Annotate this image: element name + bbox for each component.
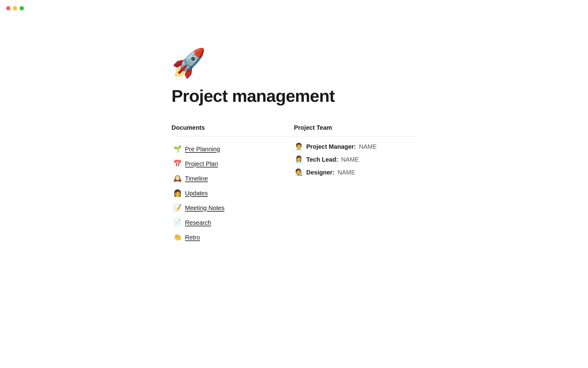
doc-list-item[interactable]: 👩Updates bbox=[172, 187, 294, 200]
traffic-lights bbox=[6, 6, 24, 10]
doc-item-label: Pre Planning bbox=[185, 146, 220, 153]
team-item-name: NAME bbox=[359, 143, 377, 150]
doc-item-label: Project Plan bbox=[185, 160, 218, 167]
team-item-name: NAME bbox=[337, 169, 355, 176]
team-item-emoji: 🧑‍🎨 bbox=[294, 168, 303, 176]
doc-item-label: Updates bbox=[185, 190, 208, 197]
maximize-button[interactable] bbox=[20, 6, 24, 10]
doc-list-item[interactable]: 📝Meeting Notes bbox=[172, 201, 294, 214]
doc-item-emoji: 📅 bbox=[173, 160, 182, 168]
team-item-role: Tech Lead: bbox=[306, 156, 338, 163]
page-title: Project management bbox=[172, 86, 417, 106]
doc-item-label: Research bbox=[185, 219, 211, 226]
team-item-role: Designer: bbox=[306, 169, 334, 176]
doc-list-item[interactable]: 🕰️Timeline bbox=[172, 172, 294, 185]
doc-item-emoji: 👏 bbox=[173, 233, 182, 241]
doc-item-label: Timeline bbox=[185, 175, 208, 182]
documents-heading: Documents bbox=[172, 124, 294, 131]
minimize-button[interactable] bbox=[13, 6, 17, 10]
doc-item-emoji: 🕰️ bbox=[173, 174, 182, 182]
documents-list: 🌱Pre Planning📅Project Plan🕰️Timeline👩Upd… bbox=[172, 143, 294, 244]
page-content: 🚀 Project management Documents 🌱Pre Plan… bbox=[110, 0, 478, 268]
project-team-column: Project Team 🧑‍💼Project Manager: NAME👩‍💼… bbox=[294, 124, 417, 244]
doc-item-emoji: 📄 bbox=[173, 219, 182, 227]
project-team-heading: Project Team bbox=[294, 124, 417, 131]
doc-item-emoji: 📝 bbox=[173, 204, 182, 212]
team-list: 🧑‍💼Project Manager: NAME👩‍💼Tech Lead: NA… bbox=[294, 143, 417, 176]
doc-item-emoji: 👩 bbox=[173, 189, 182, 197]
doc-item-label: Retro bbox=[185, 234, 200, 241]
documents-column: Documents 🌱Pre Planning📅Project Plan🕰️Ti… bbox=[172, 124, 294, 244]
doc-list-item[interactable]: 📄Research bbox=[172, 216, 294, 229]
team-divider bbox=[294, 136, 417, 136]
close-button[interactable] bbox=[6, 6, 10, 10]
page-icon: 🚀 bbox=[172, 49, 417, 77]
doc-list-item[interactable]: 🌱Pre Planning bbox=[172, 143, 294, 155]
doc-item-label: Meeting Notes bbox=[185, 205, 224, 212]
team-item-emoji: 👩‍💼 bbox=[294, 155, 303, 163]
team-item-name: NAME bbox=[341, 156, 359, 163]
doc-list-item[interactable]: 👏Retro bbox=[172, 231, 294, 244]
team-item-role: Project Manager: bbox=[306, 143, 356, 150]
team-list-item: 👩‍💼Tech Lead: NAME bbox=[294, 155, 417, 163]
documents-divider bbox=[172, 136, 294, 136]
doc-item-emoji: 🌱 bbox=[173, 145, 182, 153]
team-list-item: 🧑‍🎨Designer: NAME bbox=[294, 168, 417, 176]
doc-list-item[interactable]: 📅Project Plan bbox=[172, 157, 294, 170]
team-list-item: 🧑‍💼Project Manager: NAME bbox=[294, 143, 417, 151]
team-item-emoji: 🧑‍💼 bbox=[294, 143, 303, 151]
columns-container: Documents 🌱Pre Planning📅Project Plan🕰️Ti… bbox=[172, 124, 417, 244]
